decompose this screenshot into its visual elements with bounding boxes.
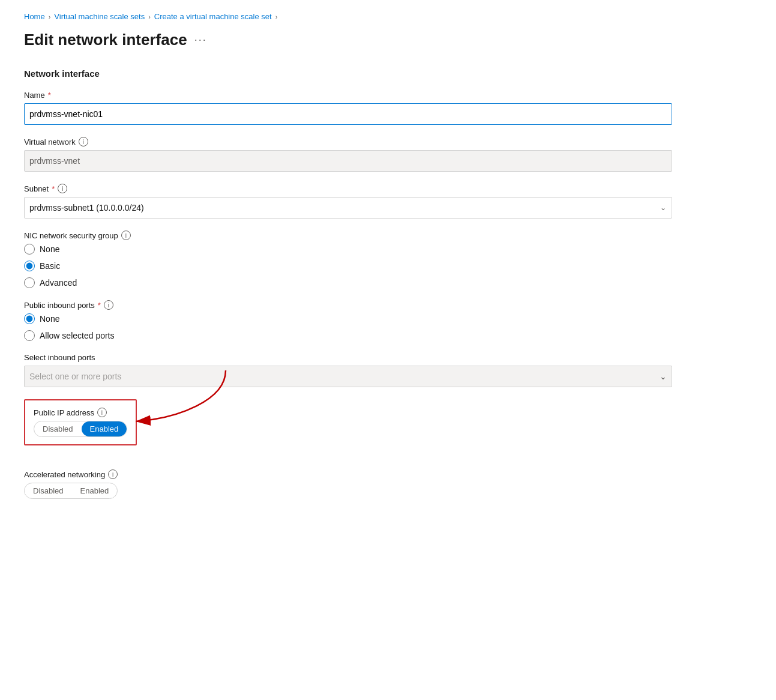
name-required-star: * [48, 91, 51, 100]
arrow-annotation-container: Public IP address i Disabled Enabled [24, 399, 137, 457]
public-inbound-ports-required-star: * [98, 301, 101, 310]
name-field-group: Name * [24, 91, 752, 125]
name-label: Name * [24, 91, 752, 100]
nic-nsg-basic-option[interactable]: Basic [24, 261, 752, 271]
accelerated-networking-field-group: Accelerated networking i Disabled Enable… [24, 469, 752, 499]
public-inbound-ports-field-group: Public inbound ports * i None Allow sele… [24, 300, 752, 341]
name-input[interactable] [24, 103, 672, 125]
ports-dropdown-arrow-icon: ⌄ [660, 372, 667, 381]
breadcrumb-chevron-2: › [148, 13, 151, 20]
public-inbound-ports-info-icon[interactable]: i [104, 300, 113, 310]
public-ip-disabled-button[interactable]: Disabled [34, 421, 82, 436]
page-title: Edit network interface [24, 31, 187, 49]
accelerated-networking-enabled-button[interactable]: Enabled [72, 483, 118, 498]
vnet-input [24, 150, 672, 172]
public-ip-toggle[interactable]: Disabled Enabled [34, 421, 127, 437]
nic-nsg-basic-radio[interactable] [24, 261, 35, 271]
nic-nsg-advanced-option[interactable]: Advanced [24, 277, 752, 288]
accelerated-networking-info-icon[interactable]: i [108, 469, 118, 479]
public-ip-label: Public IP address i [34, 408, 127, 417]
page-title-container: Edit network interface ··· [24, 31, 752, 49]
public-inbound-allow-label: Allow selected ports [40, 331, 115, 340]
vnet-field-group: Virtual network i [24, 137, 752, 172]
public-inbound-ports-label: Public inbound ports * i [24, 300, 752, 310]
vnet-info-icon[interactable]: i [79, 137, 88, 146]
accelerated-networking-label: Accelerated networking i [24, 469, 752, 479]
nic-nsg-radio-group: None Basic Advanced [24, 244, 752, 288]
page-title-ellipsis[interactable]: ··· [194, 34, 207, 46]
public-inbound-none-radio[interactable] [24, 313, 35, 324]
breadcrumb: Home › Virtual machine scale sets › Crea… [24, 12, 752, 21]
breadcrumb-chevron-1: › [49, 13, 51, 20]
public-inbound-none-label: None [40, 314, 59, 324]
select-inbound-ports-dropdown-container: Select one or more ports ⌄ [24, 366, 672, 387]
subnet-dropdown-container: prdvmss-subnet1 (10.0.0.0/24) ⌄ [24, 197, 672, 219]
select-inbound-ports-dropdown: Select one or more ports ⌄ [24, 366, 672, 387]
red-arrow-annotation [130, 364, 244, 436]
subnet-info-icon[interactable]: i [58, 184, 67, 193]
public-ip-info-icon[interactable]: i [97, 408, 107, 417]
accelerated-networking-disabled-button[interactable]: Disabled [25, 483, 72, 498]
nic-nsg-field-group: NIC network security group i None Basic … [24, 231, 752, 288]
nic-nsg-none-label: None [40, 244, 59, 254]
public-inbound-allow-radio[interactable] [24, 330, 35, 341]
vnet-label: Virtual network i [24, 137, 752, 146]
breadcrumb-chevron-3: › [275, 13, 278, 20]
nic-nsg-label: NIC network security group i [24, 231, 752, 240]
nic-nsg-advanced-radio[interactable] [24, 277, 35, 288]
public-ip-red-box: Public IP address i Disabled Enabled [24, 399, 137, 445]
breadcrumb-home[interactable]: Home [24, 12, 45, 21]
nic-nsg-basic-label: Basic [40, 261, 60, 271]
accelerated-networking-toggle[interactable]: Disabled Enabled [24, 483, 118, 499]
public-ip-enabled-button[interactable]: Enabled [82, 421, 127, 436]
nic-nsg-advanced-label: Advanced [40, 278, 77, 288]
subnet-field-group: Subnet * i prdvmss-subnet1 (10.0.0.0/24)… [24, 184, 752, 219]
public-inbound-none-option[interactable]: None [24, 313, 752, 324]
public-inbound-allow-option[interactable]: Allow selected ports [24, 330, 752, 341]
network-interface-section: Network interface Name * Virtual network… [24, 68, 752, 499]
public-inbound-ports-radio-group: None Allow selected ports [24, 313, 752, 341]
nic-nsg-none-radio[interactable] [24, 244, 35, 255]
section-title: Network interface [24, 68, 752, 79]
subnet-dropdown[interactable]: prdvmss-subnet1 (10.0.0.0/24) [24, 197, 672, 219]
nic-nsg-none-option[interactable]: None [24, 244, 752, 255]
subnet-required-star: * [52, 184, 55, 193]
subnet-label: Subnet * i [24, 184, 752, 193]
breadcrumb-create[interactable]: Create a virtual machine scale set [154, 12, 272, 21]
nic-nsg-info-icon[interactable]: i [121, 231, 131, 240]
select-inbound-ports-placeholder: Select one or more ports [29, 372, 121, 381]
select-inbound-ports-label: Select inbound ports [24, 353, 752, 362]
breadcrumb-vmss[interactable]: Virtual machine scale sets [54, 12, 145, 21]
